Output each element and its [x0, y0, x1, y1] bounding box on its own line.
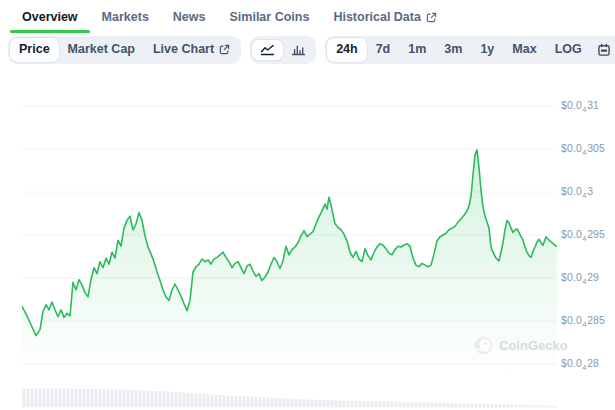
- chip-line-chart[interactable]: [252, 40, 283, 60]
- range-label: 1y: [480, 42, 494, 58]
- y-axis-label: $0.0431: [561, 99, 599, 114]
- y-axis-label: $0.04285: [561, 314, 605, 329]
- watermark-label: CoinGecko: [499, 338, 568, 353]
- tab-markets[interactable]: Markets: [90, 0, 161, 33]
- tab-news[interactable]: News: [161, 0, 218, 33]
- chip-price[interactable]: Price: [10, 38, 59, 62]
- tab-label: Overview: [22, 10, 78, 24]
- chip-label: Price: [19, 42, 50, 58]
- range-24h[interactable]: 24h: [327, 38, 367, 62]
- range-3m[interactable]: 3m: [435, 38, 471, 62]
- range-1y[interactable]: 1y: [471, 38, 503, 62]
- y-axis-label: $0.0428: [561, 357, 599, 372]
- tab-label: Historical Data: [333, 10, 421, 24]
- bar-chart-icon: [291, 44, 306, 56]
- coin-chart-page: OverviewMarketsNewsSimilar CoinsHistoric…: [0, 0, 615, 410]
- external-link-icon: [219, 44, 230, 55]
- range-log[interactable]: LOG: [546, 38, 591, 62]
- tab-bar: OverviewMarketsNewsSimilar CoinsHistoric…: [10, 0, 449, 33]
- tab-label: News: [173, 10, 206, 24]
- range-label: Max: [512, 42, 536, 58]
- y-axis-label: $0.043: [561, 185, 593, 200]
- chip-bar-chart[interactable]: [283, 40, 314, 60]
- coingecko-logo-icon: [474, 336, 493, 355]
- tab-label: Markets: [102, 10, 149, 24]
- range-label: 7d: [376, 42, 391, 58]
- range-label: 3m: [444, 42, 462, 58]
- watermark: CoinGecko: [474, 336, 568, 355]
- chip-market-cap[interactable]: Market Cap: [59, 38, 144, 62]
- chart-toolbar: PriceMarket CapLive Chart 24h7d1m3m1yMax…: [8, 36, 608, 64]
- chart-type-toggle-group: [250, 36, 316, 64]
- chip-live-chart[interactable]: Live Chart: [144, 38, 239, 62]
- volume-preview[interactable]: [22, 387, 558, 408]
- range-7d[interactable]: 7d: [367, 38, 400, 62]
- chip-label: Live Chart: [153, 42, 214, 58]
- tab-label: Similar Coins: [230, 10, 310, 24]
- metric-toggle-group: PriceMarket CapLive Chart: [8, 36, 241, 64]
- range-label: LOG: [555, 42, 582, 58]
- range-1m[interactable]: 1m: [399, 38, 435, 62]
- range-max[interactable]: Max: [503, 38, 545, 62]
- chip-label: Market Cap: [68, 42, 135, 58]
- price-chart[interactable]: [22, 95, 557, 375]
- range-label: 24h: [336, 42, 358, 58]
- y-axis-label: $0.0429: [561, 271, 599, 286]
- external-link-icon: [426, 12, 437, 23]
- range-toggle-group: 24h7d1m3m1yMaxLOG: [325, 36, 615, 64]
- calendar-button[interactable]: [591, 40, 615, 60]
- range-label: 1m: [408, 42, 426, 58]
- y-axis-label: $0.04305: [561, 142, 605, 157]
- tab-similar-coins[interactable]: Similar Coins: [218, 0, 322, 33]
- calendar-icon: [597, 43, 611, 57]
- y-axis-label: $0.04295: [561, 228, 605, 243]
- tab-overview[interactable]: Overview: [10, 0, 90, 33]
- line-chart-icon: [260, 44, 275, 56]
- tab-historical-data[interactable]: Historical Data: [321, 0, 449, 33]
